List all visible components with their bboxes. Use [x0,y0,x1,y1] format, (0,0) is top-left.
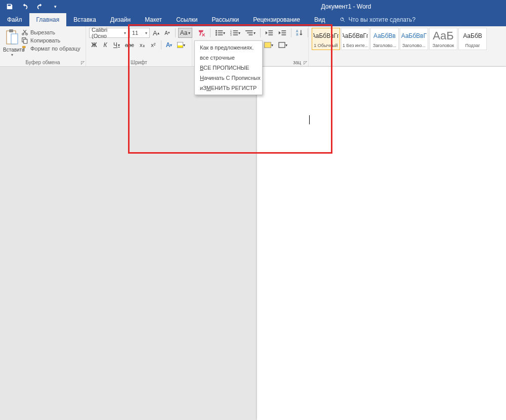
style-item-1[interactable]: АаБбВвГг,1 Без инте... [341,28,369,50]
tab-layout[interactable]: Макет [138,13,169,26]
title-bar: ▾ Документ1 - Word [0,0,506,13]
highlight-icon [177,42,183,48]
italic-button[interactable]: К [100,40,110,50]
svg-point-1 [342,18,343,19]
svg-point-11 [216,32,217,33]
copy-button[interactable]: Копировать [21,37,80,44]
case-menu-item-1[interactable]: все строчные [195,53,262,63]
svg-point-0 [341,18,344,21]
style-item-4[interactable]: АаБЗаголовок [429,28,457,50]
text-cursor [309,115,310,124]
svg-point-13 [216,34,217,35]
group-styles: АаБбВвГг,1 ОбычныйАаБбВвГг,1 Без инте...… [309,26,506,66]
svg-rect-21 [245,30,252,31]
clear-formatting-button[interactable] [195,28,207,38]
svg-rect-25 [268,32,273,33]
multilevel-list-button[interactable]: ▾ [243,28,258,38]
case-menu-item-0[interactable]: Как в предложениях. [195,42,262,53]
clipboard-group-label: Буфер обмена [3,60,82,66]
shrink-font-button[interactable]: A▾ [162,28,173,38]
svg-rect-4 [11,34,18,44]
svg-rect-16 [233,30,238,31]
paste-button[interactable]: Вставить ▾ [3,28,21,57]
svg-rect-24 [268,30,273,31]
svg-rect-18 [233,32,238,33]
tell-me-search[interactable]: Что вы хотите сделать? [332,13,416,26]
quick-access-toolbar: ▾ [0,2,60,11]
tab-design[interactable]: Дизайн [103,13,138,26]
tab-insert[interactable]: Вставка [66,13,103,26]
group-font: Calibri (Осно▾ 11▾ A▴ A▾ Aa▾ Ж К Ч▾ abc … [86,26,192,66]
svg-rect-23 [248,34,252,35]
style-sample: АаБбВвГг, [343,30,368,42]
style-item-0[interactable]: АаБбВвГг,1 Обычный [312,28,340,50]
case-menu-item-2[interactable]: ВСЕ ПРОПИСНЫЕ [195,63,262,73]
font-size-value: 11 [132,30,138,36]
svg-text:3: 3 [230,34,232,36]
tab-references[interactable]: Ссылки [169,13,204,26]
copy-label: Копировать [30,37,60,43]
document-page[interactable] [257,67,506,420]
strikethrough-button[interactable]: abc [123,40,136,50]
bullets-button[interactable]: ▾ [213,28,227,38]
redo-icon[interactable] [35,2,45,11]
svg-rect-22 [247,32,252,33]
tab-review[interactable]: Рецензирование [246,13,307,26]
superscript-button[interactable]: x² [148,40,158,50]
cut-button[interactable]: Вырезать [21,29,80,36]
font-name-combo[interactable]: Calibri (Осно▾ [89,28,129,38]
svg-rect-29 [281,34,286,35]
svg-point-6 [26,33,28,35]
change-case-button[interactable]: Aa▾ [178,28,193,38]
ribbon-tabs: Файл Главная Вставка Дизайн Макет Ссылки… [0,13,506,26]
highlight-button[interactable]: ▾ [175,40,187,50]
subscript-button[interactable]: x₂ [137,40,147,50]
svg-rect-32 [279,42,285,48]
underline-button[interactable]: Ч▾ [111,40,122,50]
tab-file[interactable]: Файл [0,13,29,26]
decrease-indent-button[interactable] [263,28,275,38]
qat-customize-icon[interactable]: ▾ [51,2,60,11]
style-name: 1 Без инте... [343,43,368,48]
grow-font-button[interactable]: A▴ [151,28,161,38]
style-sample: АаБбВ [460,30,485,42]
style-item-3[interactable]: АаБбВвГЗаголово... [400,28,428,50]
paste-icon [5,29,20,46]
increase-indent-button[interactable] [276,28,288,38]
bold-button[interactable]: Ж [89,40,99,50]
style-name: Заголовок [431,43,456,48]
svg-point-5 [22,33,24,35]
font-group-label: Шрифт [89,60,189,66]
svg-text:A: A [296,29,299,33]
text-effects-button[interactable]: A▾ [164,40,175,50]
style-name: 1 Обычный [313,43,339,48]
borders-button[interactable]: ▾ [276,40,289,50]
style-name: Подзаг [460,43,485,48]
style-sample: АаБбВвГг, [313,30,339,42]
style-item-5[interactable]: АаБбВПодзаг [458,28,487,50]
case-menu-item-4[interactable]: иЗМЕНИТЬ РЕГИСТР [195,83,262,93]
paste-label: Вставить [3,47,21,53]
svg-rect-3 [9,29,13,32]
svg-rect-8 [24,39,27,43]
case-menu-item-3[interactable]: Начинать С Прописных [195,73,262,83]
save-icon[interactable] [5,2,14,11]
svg-rect-10 [218,30,223,31]
style-item-2[interactable]: АаБбВвЗаголово... [370,28,399,50]
format-painter-button[interactable]: Формат по образцу [21,45,80,52]
tab-view[interactable]: Вид [307,13,332,26]
font-size-combo[interactable]: 11▾ [130,28,150,38]
undo-icon[interactable] [20,2,29,11]
clipboard-launcher-icon[interactable]: ◸ [81,60,85,65]
shading-button[interactable]: ▾ [262,40,275,50]
tab-home[interactable]: Главная [29,13,67,26]
numbering-button[interactable]: 123▾ [228,28,242,38]
sort-button[interactable]: AЯ [294,28,305,38]
svg-rect-26 [268,34,273,35]
style-sample: АаБбВвГ [401,30,427,42]
change-case-menu: Как в предложениях.все строчныеВСЕ ПРОПИ… [194,40,263,95]
paragraph-launcher-icon[interactable]: ◸ [304,60,307,65]
tab-mailings[interactable]: Рассылки [204,13,246,26]
format-painter-label: Формат по образцу [30,45,80,52]
svg-rect-28 [281,32,286,33]
